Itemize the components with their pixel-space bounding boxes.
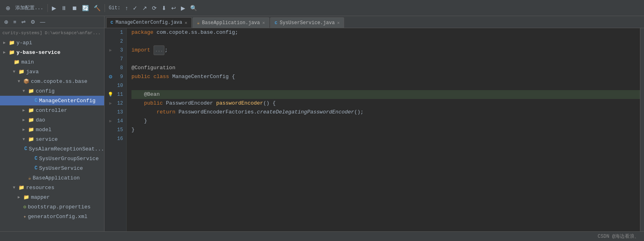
space-12a: PasswordEncoder xyxy=(163,99,216,108)
space-9a xyxy=(150,72,154,81)
toolbar-run-btn[interactable]: ▶ xyxy=(178,3,188,13)
sidebar-item-package[interactable]: ▼ 📦 com.copote.ss.base xyxy=(0,76,104,86)
toolbar-git-btn-4[interactable]: ⟳ xyxy=(150,3,159,13)
status-right-text: CSDN @海边看浪、 xyxy=(598,233,639,240)
toolbar-btn-1[interactable]: ▶ xyxy=(49,3,59,13)
sidebar-item-controller[interactable]: ▶ 📁 controller xyxy=(0,105,104,115)
toolbar-git-btn-2[interactable]: ✓ xyxy=(130,3,140,13)
tab-manage-center-config[interactable]: C ManageCenterConfig.java ✕ xyxy=(106,17,192,28)
gutter-3: ▶ xyxy=(108,46,113,55)
sidebar-item-sys-alarm[interactable]: ▶ C SysAlarmReceptionSeat... xyxy=(0,144,104,154)
sidebar-item-model[interactable]: ▶ 📁 model xyxy=(0,125,104,134)
y-base-service-label: y-base-service xyxy=(16,49,60,56)
bootstrap-props-label: bootstrap.properties xyxy=(28,204,90,210)
sidebar-item-mapper[interactable]: ▶ 📁 mapper xyxy=(0,192,104,202)
sidebar-item-dao[interactable]: ▶ 📁 dao xyxy=(0,115,104,125)
sidebar-item-config[interactable]: ▼ 📁 config xyxy=(0,86,104,96)
toolbar-search-btn[interactable]: 🔍 xyxy=(188,3,199,13)
model-arrow: ▶ xyxy=(23,127,27,132)
indent-13 xyxy=(131,108,156,117)
service-arrow: ▼ xyxy=(23,137,27,142)
main-folder-icon: 📁 xyxy=(14,59,20,65)
tab-base-application[interactable]: ☕ BaseApplication.java ✕ xyxy=(193,17,269,28)
sidebar-item-service[interactable]: ▼ 📁 service xyxy=(0,134,104,144)
sidebar-item-sys-user-service[interactable]: ▶ C SysUserService xyxy=(0,163,104,173)
toolbar-btn-5[interactable]: 🔨 xyxy=(91,3,103,13)
toolbar-git-btn-6[interactable]: ↩ xyxy=(169,3,178,13)
code-line-7 xyxy=(131,55,640,64)
method-name: passwordEncoder xyxy=(216,99,263,108)
sidebar-collapse-btn[interactable]: ≡ xyxy=(12,18,18,26)
scrollbar-right[interactable] xyxy=(640,28,644,231)
gutter-12: ▶ xyxy=(108,99,113,108)
y-api-folder-icon: 📁 xyxy=(9,40,15,46)
tab-base-icon-2: ☕ xyxy=(197,20,200,25)
mapper-arrow: ▶ xyxy=(18,195,23,200)
toolbar-add-config[interactable]: ⊕ xyxy=(3,3,13,13)
sys-user-group-label: SysUserGroupService xyxy=(39,156,98,162)
toolbar-separator-1 xyxy=(47,4,48,12)
config-label: config xyxy=(36,88,55,94)
sidebar-item-resources[interactable]: ▼ 📁 resources xyxy=(0,183,104,192)
main-label: main xyxy=(21,59,34,65)
indent-12 xyxy=(131,99,144,108)
line-num-12: ▶ 12 xyxy=(108,99,123,108)
bootstrap-props-icon: ⚙ xyxy=(23,204,26,210)
sidebar-locate-btn[interactable]: ⊕ xyxy=(2,18,10,26)
tab-close-1[interactable]: ✕ xyxy=(185,20,187,25)
line-numbers: 1 2 ▶ 3 7 8 ⚙ xyxy=(105,28,127,231)
resources-arrow: ▼ xyxy=(13,185,18,190)
dao-folder-icon: 📁 xyxy=(28,117,34,123)
gutter-14: ▶ xyxy=(108,117,113,126)
indent-11 xyxy=(131,90,144,99)
config-arrow: ▼ xyxy=(23,89,27,93)
java-arrow: ▼ xyxy=(13,70,18,74)
model-folder-icon: 📁 xyxy=(28,127,34,133)
config-folder-icon: 📁 xyxy=(28,88,34,94)
sidebar-minimize-btn[interactable]: — xyxy=(39,18,47,26)
sys-user-group-c-icon: C xyxy=(35,156,37,161)
sidebar-sync-btn[interactable]: ⇌ xyxy=(20,18,27,26)
package-arrow: ▼ xyxy=(18,79,23,84)
line-num-2: 2 xyxy=(108,37,123,46)
java-label: java xyxy=(26,69,39,75)
sidebar-item-bootstrap-props[interactable]: ▶ ⚙ bootstrap.properties xyxy=(0,202,104,212)
line-num-11: 💡 11 xyxy=(108,90,123,99)
sidebar-item-generator-config[interactable]: ▶ ✦ generatorConfig.xml xyxy=(0,212,104,221)
code-line-2 xyxy=(131,37,640,46)
sidebar-item-java[interactable]: ▼ 📁 java xyxy=(0,67,104,76)
sidebar-item-base-application[interactable]: ▶ ☕ BaseApplication xyxy=(0,173,104,183)
fold-indicator[interactable]: ... xyxy=(154,45,165,55)
sys-user-service-c-icon: C xyxy=(35,165,37,171)
tab-close-3[interactable]: ✕ xyxy=(337,20,340,25)
sidebar-item-y-api[interactable]: ▶ 📁 y-api xyxy=(0,38,104,47)
line-num-8: 8 xyxy=(108,64,123,72)
toolbar-btn-2[interactable]: ⏸ xyxy=(59,3,69,13)
sidebar-item-manage-center-config[interactable]: ▶ C ManageCenterConfig xyxy=(0,96,104,105)
toolbar-git-btn-3[interactable]: ↗ xyxy=(140,3,150,13)
method-create: createDelegatingPasswordEncoder xyxy=(257,108,354,117)
resources-folder-icon: 📁 xyxy=(18,185,25,191)
mapper-folder-icon: 📁 xyxy=(23,194,29,200)
sidebar-item-y-base-service[interactable]: ▶ 📁 y-base-service xyxy=(0,47,104,57)
resources-label: resources xyxy=(26,185,54,191)
generator-xml-icon: ✦ xyxy=(23,214,26,220)
tab-sys-user-service[interactable]: C SysUserService.java ✕ xyxy=(270,17,344,28)
toolbar-git-btn-5[interactable]: ⬇ xyxy=(159,3,169,13)
sidebar-item-main[interactable]: ▶ 📁 main xyxy=(0,57,104,67)
kw-public-12: public xyxy=(144,99,163,108)
paren-12: () { xyxy=(263,99,276,108)
y-api-arrow: ▶ xyxy=(3,40,8,45)
tab-close-2[interactable]: ✕ xyxy=(263,20,265,25)
sidebar-item-sys-user-group[interactable]: ▶ C SysUserGroupService xyxy=(0,154,104,163)
tab-c-icon-1: C xyxy=(111,20,113,25)
toolbar-btn-3[interactable]: ⏹ xyxy=(69,3,80,13)
toolbar-git-btn-1[interactable]: ↑ xyxy=(123,3,130,13)
toolbar-btn-4[interactable]: 🔄 xyxy=(80,3,91,13)
mcconfig-c-icon: C xyxy=(35,98,37,103)
ann-bean: @Bean xyxy=(144,90,160,99)
y-base-service-arrow: ▶ xyxy=(3,50,8,55)
sidebar-settings-btn[interactable]: ⚙ xyxy=(29,18,37,26)
service-label: service xyxy=(36,136,58,142)
kw-import: import xyxy=(131,46,150,55)
